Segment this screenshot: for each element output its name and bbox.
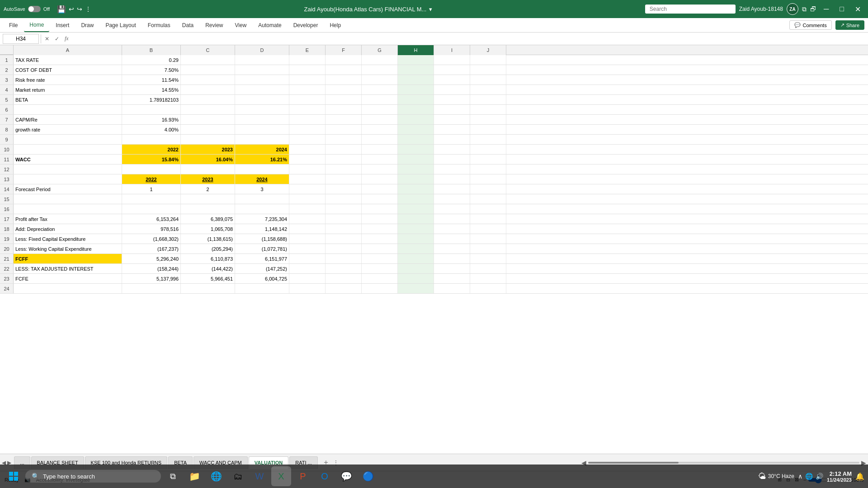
col-header-i[interactable]: I <box>434 45 470 55</box>
cell-j22[interactable] <box>470 264 506 273</box>
cancel-formula-icon[interactable]: ✕ <box>43 36 51 42</box>
cell-g20[interactable] <box>362 244 398 253</box>
cell-a19[interactable]: Less: Fixed Capital Expenditure <box>14 234 122 244</box>
cell-d5[interactable] <box>235 95 289 104</box>
cell-j13[interactable] <box>470 174 506 184</box>
col-header-b[interactable]: B <box>122 45 181 55</box>
cell-f22[interactable] <box>326 264 362 273</box>
save-icon[interactable]: 💾 <box>57 5 66 14</box>
cell-h20[interactable] <box>398 244 434 253</box>
cell-b24[interactable] <box>122 284 181 293</box>
cell-i16[interactable] <box>434 204 470 214</box>
cell-e1[interactable] <box>289 55 326 65</box>
cell-c22[interactable]: (144,422) <box>181 264 235 273</box>
cell-e18[interactable] <box>289 224 326 234</box>
cell-h2[interactable] <box>398 65 434 75</box>
cell-i14[interactable] <box>434 184 470 194</box>
cell-c18[interactable]: 1,065,708 <box>181 224 235 234</box>
cell-b6[interactable] <box>122 105 181 114</box>
cell-f18[interactable] <box>326 224 362 234</box>
cell-j3[interactable] <box>470 75 506 84</box>
cell-d2[interactable] <box>235 65 289 75</box>
cell-j7[interactable] <box>470 115 506 124</box>
cell-j17[interactable] <box>470 214 506 224</box>
cell-a9[interactable] <box>14 135 122 144</box>
cell-h16[interactable] <box>398 204 434 214</box>
cell-c14[interactable]: 2 <box>181 184 235 194</box>
cell-g7[interactable] <box>362 115 398 124</box>
teams-button[interactable]: 💬 <box>336 466 356 486</box>
cell-d22[interactable]: (147,252) <box>235 264 289 273</box>
cell-b5[interactable]: 1.789182103 <box>122 95 181 104</box>
cell-e10[interactable] <box>289 145 326 154</box>
cell-c16[interactable] <box>181 204 235 214</box>
cell-b9[interactable] <box>122 135 181 144</box>
cell-g5[interactable] <box>362 95 398 104</box>
cell-e15[interactable] <box>289 194 326 204</box>
cell-c13[interactable]: 2023 <box>181 174 235 184</box>
confirm-formula-icon[interactable]: ✓ <box>53 36 61 42</box>
cell-h21[interactable] <box>398 254 434 263</box>
tab-page-layout[interactable]: Page Layout <box>100 18 141 32</box>
cell-f3[interactable] <box>326 75 362 84</box>
cell-j5[interactable] <box>470 95 506 104</box>
cell-h13[interactable] <box>398 174 434 184</box>
cell-c1[interactable] <box>181 55 235 65</box>
cell-c17[interactable]: 6,389,075 <box>181 214 235 224</box>
cell-g17[interactable] <box>362 214 398 224</box>
minimize-button[interactable]: ─ <box>820 5 832 13</box>
cell-i24[interactable] <box>434 284 470 293</box>
cell-f4[interactable] <box>326 85 362 94</box>
cell-i20[interactable] <box>434 244 470 253</box>
cell-e17[interactable] <box>289 214 326 224</box>
cell-i22[interactable] <box>434 264 470 273</box>
cell-c12[interactable] <box>181 164 235 174</box>
cell-c23[interactable]: 5,966,451 <box>181 274 235 283</box>
cell-i12[interactable] <box>434 164 470 174</box>
cell-h9[interactable] <box>398 135 434 144</box>
cell-d6[interactable] <box>235 105 289 114</box>
ribbon-search-input[interactable] <box>645 5 736 14</box>
cell-c3[interactable] <box>181 75 235 84</box>
network-icon[interactable]: 🌐 <box>805 473 813 480</box>
cell-i15[interactable] <box>434 194 470 204</box>
cell-e5[interactable] <box>289 95 326 104</box>
cell-b14[interactable]: 1 <box>122 184 181 194</box>
cell-b21[interactable]: 5,296,240 <box>122 254 181 263</box>
cell-f15[interactable] <box>326 194 362 204</box>
cell-h18[interactable] <box>398 224 434 234</box>
cell-h12[interactable] <box>398 164 434 174</box>
cell-e11[interactable] <box>289 155 326 164</box>
tab-home[interactable]: Home <box>24 18 49 32</box>
cell-c6[interactable] <box>181 105 235 114</box>
horizontal-scrollbar-thumb[interactable] <box>588 462 679 464</box>
cell-g21[interactable] <box>362 254 398 263</box>
cell-a3[interactable]: Risk free rate <box>14 75 122 84</box>
chrome-button[interactable]: 🔵 <box>358 466 378 486</box>
cell-d16[interactable] <box>235 204 289 214</box>
cell-j9[interactable] <box>470 135 506 144</box>
cell-f12[interactable] <box>326 164 362 174</box>
cell-j16[interactable] <box>470 204 506 214</box>
cell-b18[interactable]: 978,516 <box>122 224 181 234</box>
cell-i13[interactable] <box>434 174 470 184</box>
cell-i4[interactable] <box>434 85 470 94</box>
cell-h1[interactable] <box>398 55 434 65</box>
volume-icon[interactable]: 🔊 <box>816 473 823 480</box>
maximize-restore-icon[interactable]: ⧉ <box>802 5 807 13</box>
cell-j15[interactable] <box>470 194 506 204</box>
autosave-toggle[interactable] <box>28 6 41 12</box>
cell-f16[interactable] <box>326 204 362 214</box>
cell-f6[interactable] <box>326 105 362 114</box>
file-manager-button[interactable]: 🗂 <box>228 466 248 486</box>
cell-h19[interactable] <box>398 234 434 244</box>
cell-j2[interactable] <box>470 65 506 75</box>
cell-g10[interactable] <box>362 145 398 154</box>
cell-i3[interactable] <box>434 75 470 84</box>
cell-d18[interactable]: 1,148,142 <box>235 224 289 234</box>
cell-e14[interactable] <box>289 184 326 194</box>
cell-a4[interactable]: Market return <box>14 85 122 94</box>
task-view-button[interactable]: ⧉ <box>163 466 183 486</box>
col-header-j[interactable]: J <box>470 45 506 55</box>
close-button[interactable]: ✕ <box>851 5 864 14</box>
